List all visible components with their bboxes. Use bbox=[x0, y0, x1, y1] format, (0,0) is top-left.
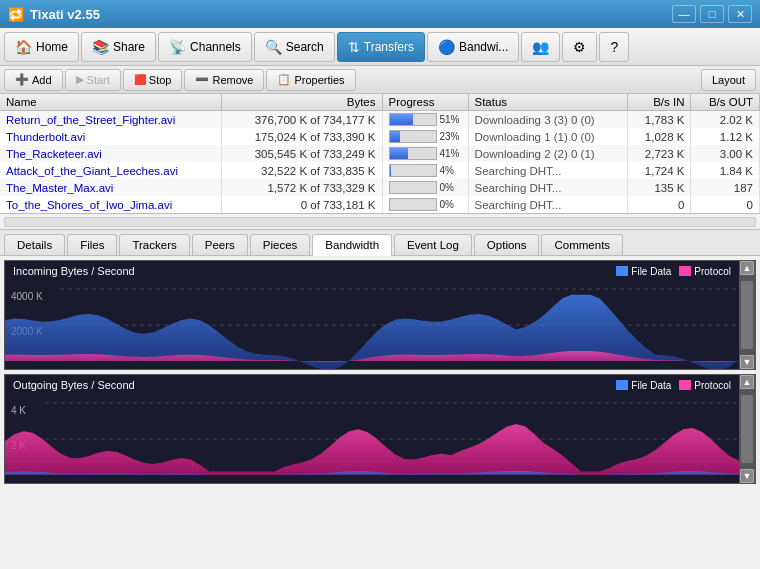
table-row[interactable]: Attack_of_the_Giant_Leeches.avi32,522 K … bbox=[0, 162, 760, 179]
incoming-chart-legend: File Data Protocol bbox=[616, 266, 731, 277]
incoming-protocol-color bbox=[679, 266, 691, 276]
app-title: Tixati v2.55 bbox=[30, 7, 100, 22]
cell-progress: 0% bbox=[382, 179, 468, 196]
cell-status: Downloading 1 (1) 0 (0) bbox=[468, 128, 628, 145]
cell-bps-out: 1.84 K bbox=[691, 162, 760, 179]
peers-icon: 👥 bbox=[532, 39, 549, 55]
nav-channels[interactable]: 📡 Channels bbox=[158, 32, 252, 62]
table-row[interactable]: The_Master_Max.avi1,572 K of 733,329 K0%… bbox=[0, 179, 760, 196]
stop-icon: 🟥 bbox=[134, 74, 146, 85]
table-row[interactable]: The_Racketeer.avi305,545 K of 733,249 K4… bbox=[0, 145, 760, 162]
col-bytes[interactable]: Bytes bbox=[221, 94, 382, 111]
add-button[interactable]: ➕ Add bbox=[4, 69, 63, 91]
cell-bps-in: 2,723 K bbox=[628, 145, 691, 162]
incoming-protocol-label: Protocol bbox=[694, 266, 731, 277]
tab-pieces[interactable]: Pieces bbox=[250, 234, 311, 255]
start-button[interactable]: ▶ Start bbox=[65, 69, 121, 91]
nav-settings[interactable]: ⚙ bbox=[562, 32, 597, 62]
cell-bps-in: 1,724 K bbox=[628, 162, 691, 179]
tab-bandwidth[interactable]: Bandwidth bbox=[312, 234, 392, 256]
stop-button[interactable]: 🟥 Stop bbox=[123, 69, 183, 91]
outgoing-file-color bbox=[616, 380, 628, 390]
share-icon: 📚 bbox=[92, 39, 109, 55]
tab-files[interactable]: Files bbox=[67, 234, 117, 255]
outgoing-chart-title: Outgoing Bytes / Second bbox=[13, 379, 135, 391]
cell-bps-out: 3.00 K bbox=[691, 145, 760, 162]
nav-bandwidth-label: Bandwi... bbox=[459, 40, 508, 54]
hscroll-track[interactable] bbox=[4, 217, 756, 227]
cell-name: The_Master_Max.avi bbox=[0, 179, 221, 196]
incoming-chart-header: Incoming Bytes / Second File Data Protoc… bbox=[13, 265, 731, 277]
nav-search[interactable]: 🔍 Search bbox=[254, 32, 335, 62]
col-name[interactable]: Name bbox=[0, 94, 221, 111]
col-status[interactable]: Status bbox=[468, 94, 628, 111]
nav-transfers-label: Transfers bbox=[364, 40, 414, 54]
nav-help[interactable]: ? bbox=[599, 32, 629, 62]
cell-progress: 41% bbox=[382, 145, 468, 162]
outgoing-file-legend: File Data bbox=[616, 380, 671, 391]
incoming-chart-title: Incoming Bytes / Second bbox=[13, 265, 135, 277]
col-bps-in[interactable]: B/s IN bbox=[628, 94, 691, 111]
incoming-scrollbar: ▲ ▼ bbox=[739, 261, 755, 369]
remove-icon: ➖ bbox=[195, 73, 209, 86]
cell-name: To_the_Shores_of_Iwo_Jima.avi bbox=[0, 196, 221, 213]
col-bps-out[interactable]: B/s OUT bbox=[691, 94, 760, 111]
nav-peers-btn[interactable]: 👥 bbox=[521, 32, 560, 62]
file-table-container[interactable]: Name Bytes Progress Status B/s IN B/s OU… bbox=[0, 94, 760, 214]
outgoing-scrollbar: ▲ ▼ bbox=[739, 375, 755, 483]
col-progress[interactable]: Progress bbox=[382, 94, 468, 111]
incoming-scroll-up[interactable]: ▲ bbox=[740, 261, 754, 275]
nav-share-label: Share bbox=[113, 40, 145, 54]
cell-bps-out: 0 bbox=[691, 196, 760, 213]
tab-peers[interactable]: Peers bbox=[192, 234, 248, 255]
incoming-chart-container: Incoming Bytes / Second File Data Protoc… bbox=[4, 260, 756, 370]
incoming-scroll-down[interactable]: ▼ bbox=[740, 355, 754, 369]
tab-options[interactable]: Options bbox=[474, 234, 540, 255]
tab-comments[interactable]: Comments bbox=[541, 234, 623, 255]
title-bar-left: 🔁 Tixati v2.55 bbox=[8, 7, 100, 22]
incoming-scroll-thumb[interactable] bbox=[741, 281, 753, 349]
outgoing-scroll-thumb[interactable] bbox=[741, 395, 753, 463]
bandwidth-icon: 🔵 bbox=[438, 39, 455, 55]
nav-bandwidth[interactable]: 🔵 Bandwi... bbox=[427, 32, 519, 62]
outgoing-chart-legend: File Data Protocol bbox=[616, 380, 731, 391]
cell-status: Downloading 3 (3) 0 (0) bbox=[468, 111, 628, 129]
close-button[interactable]: ✕ bbox=[728, 5, 752, 23]
outgoing-protocol-legend: Protocol bbox=[679, 380, 731, 391]
cell-progress: 51% bbox=[382, 111, 468, 129]
table-row[interactable]: Thunderbolt.avi175,024 K of 733,390 K23%… bbox=[0, 128, 760, 145]
file-table: Name Bytes Progress Status B/s IN B/s OU… bbox=[0, 94, 760, 213]
gear-icon: ⚙ bbox=[573, 39, 586, 55]
nav-home[interactable]: 🏠 Home bbox=[4, 32, 79, 62]
nav-transfers[interactable]: ⇅ Transfers bbox=[337, 32, 425, 62]
help-icon: ? bbox=[610, 39, 618, 55]
outgoing-scroll-down[interactable]: ▼ bbox=[740, 469, 754, 483]
outgoing-chart-main: Outgoing Bytes / Second File Data Protoc… bbox=[5, 375, 739, 483]
incoming-chart-main: Incoming Bytes / Second File Data Protoc… bbox=[5, 261, 739, 369]
cell-progress: 23% bbox=[382, 128, 468, 145]
cell-name: Return_of_the_Street_Fighter.avi bbox=[0, 111, 221, 129]
outgoing-file-label: File Data bbox=[631, 380, 671, 391]
properties-button[interactable]: 📋 Properties bbox=[266, 69, 355, 91]
nav-share[interactable]: 📚 Share bbox=[81, 32, 156, 62]
tab-details[interactable]: Details bbox=[4, 234, 65, 255]
tab-event-log[interactable]: Event Log bbox=[394, 234, 472, 255]
app-icon: 🔁 bbox=[8, 7, 24, 22]
table-row[interactable]: Return_of_the_Street_Fighter.avi376,700 … bbox=[0, 111, 760, 129]
remove-button[interactable]: ➖ Remove bbox=[184, 69, 264, 91]
maximize-button[interactable]: □ bbox=[700, 5, 724, 23]
cell-bps-in: 135 K bbox=[628, 179, 691, 196]
layout-button[interactable]: Layout bbox=[701, 69, 756, 91]
cell-bytes: 32,522 K of 733,835 K bbox=[221, 162, 382, 179]
cell-status: Searching DHT... bbox=[468, 162, 628, 179]
outgoing-scroll-up[interactable]: ▲ bbox=[740, 375, 754, 389]
tab-trackers[interactable]: Trackers bbox=[119, 234, 189, 255]
nav-search-label: Search bbox=[286, 40, 324, 54]
minimize-button[interactable]: — bbox=[672, 5, 696, 23]
main-content: Name Bytes Progress Status B/s IN B/s OU… bbox=[0, 94, 760, 569]
hscroll-bar[interactable] bbox=[0, 214, 760, 230]
table-row[interactable]: To_the_Shores_of_Iwo_Jima.avi0 of 733,18… bbox=[0, 196, 760, 213]
cell-bps-in: 0 bbox=[628, 196, 691, 213]
start-icon: ▶ bbox=[76, 73, 84, 86]
action-toolbar: ➕ Add ▶ Start 🟥 Stop ➖ Remove 📋 Properti… bbox=[0, 66, 760, 94]
